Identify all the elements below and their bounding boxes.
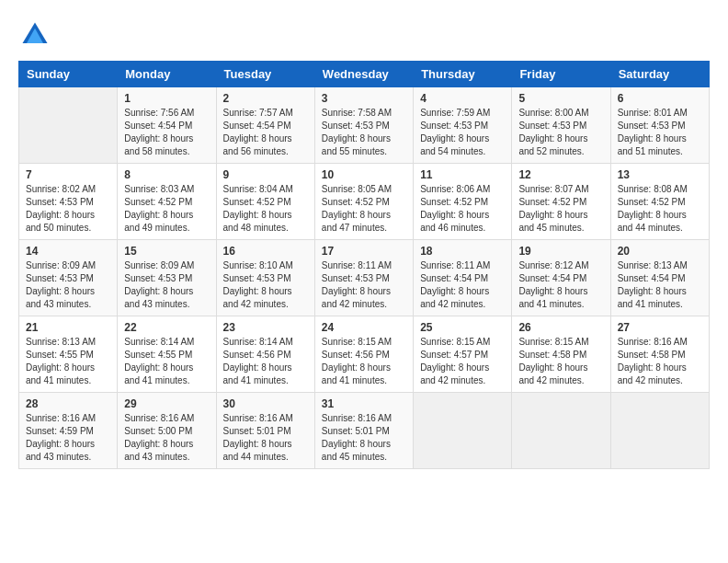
day-info: Sunrise: 8:13 AM Sunset: 4:54 PM Dayligh…: [618, 259, 702, 311]
day-info: Sunrise: 8:08 AM Sunset: 4:52 PM Dayligh…: [618, 183, 702, 235]
day-number: 7: [26, 168, 110, 181]
column-header-tuesday: Tuesday: [216, 62, 314, 87]
column-header-sunday: Sunday: [19, 62, 118, 87]
day-number: 13: [618, 168, 702, 181]
day-info: Sunrise: 8:15 AM Sunset: 4:58 PM Dayligh…: [518, 336, 603, 387]
calendar-cell: 17Sunrise: 8:11 AM Sunset: 4:53 PM Dayli…: [314, 240, 413, 316]
column-header-friday: Friday: [512, 62, 610, 87]
logo-icon: [18, 18, 51, 52]
day-info: Sunrise: 8:13 AM Sunset: 4:55 PM Dayligh…: [26, 336, 110, 387]
day-info: Sunrise: 8:16 AM Sunset: 4:58 PM Dayligh…: [618, 336, 702, 387]
day-info: Sunrise: 8:11 AM Sunset: 4:54 PM Dayligh…: [420, 259, 505, 311]
calendar-cell: 14Sunrise: 8:09 AM Sunset: 4:53 PM Dayli…: [19, 240, 118, 316]
day-info: Sunrise: 7:57 AM Sunset: 4:54 PM Dayligh…: [223, 107, 308, 158]
day-number: 6: [618, 92, 702, 105]
calendar-cell: [512, 393, 610, 469]
day-number: 16: [223, 245, 308, 258]
day-info: Sunrise: 8:06 AM Sunset: 4:52 PM Dayligh…: [420, 183, 505, 235]
logo: [18, 18, 55, 52]
day-info: Sunrise: 7:59 AM Sunset: 4:53 PM Dayligh…: [420, 107, 505, 158]
calendar-cell: 24Sunrise: 8:15 AM Sunset: 4:56 PM Dayli…: [314, 316, 413, 393]
day-info: Sunrise: 8:07 AM Sunset: 4:52 PM Dayligh…: [518, 183, 603, 235]
page-header: [18, 18, 710, 52]
day-number: 21: [26, 321, 110, 334]
calendar-cell: 12Sunrise: 8:07 AM Sunset: 4:52 PM Dayli…: [512, 164, 610, 240]
calendar-cell: 28Sunrise: 8:16 AM Sunset: 4:59 PM Dayli…: [19, 393, 118, 469]
day-info: Sunrise: 8:10 AM Sunset: 4:53 PM Dayligh…: [223, 259, 308, 311]
column-header-saturday: Saturday: [610, 62, 709, 87]
calendar-week-2: 7Sunrise: 8:02 AM Sunset: 4:53 PM Daylig…: [19, 164, 710, 240]
calendar-cell: 4Sunrise: 7:59 AM Sunset: 4:53 PM Daylig…: [414, 87, 512, 164]
calendar-cell: 7Sunrise: 8:02 AM Sunset: 4:53 PM Daylig…: [19, 164, 118, 240]
calendar-cell: [19, 87, 118, 164]
calendar-cell: 31Sunrise: 8:16 AM Sunset: 5:01 PM Dayli…: [314, 393, 413, 469]
day-number: 27: [618, 321, 702, 334]
day-info: Sunrise: 8:01 AM Sunset: 4:53 PM Dayligh…: [618, 107, 702, 158]
calendar-cell: 23Sunrise: 8:14 AM Sunset: 4:56 PM Dayli…: [216, 316, 314, 393]
day-info: Sunrise: 8:12 AM Sunset: 4:54 PM Dayligh…: [518, 259, 603, 311]
calendar-cell: 29Sunrise: 8:16 AM Sunset: 5:00 PM Dayli…: [118, 393, 216, 469]
calendar-cell: 3Sunrise: 7:58 AM Sunset: 4:53 PM Daylig…: [314, 87, 413, 164]
day-number: 29: [124, 397, 209, 410]
calendar-cell: 22Sunrise: 8:14 AM Sunset: 4:55 PM Dayli…: [118, 316, 216, 393]
day-info: Sunrise: 8:09 AM Sunset: 4:53 PM Dayligh…: [26, 259, 110, 311]
calendar-cell: 15Sunrise: 8:09 AM Sunset: 4:53 PM Dayli…: [118, 240, 216, 316]
day-info: Sunrise: 8:05 AM Sunset: 4:52 PM Dayligh…: [322, 183, 406, 235]
day-number: 17: [322, 245, 406, 258]
calendar-cell: 21Sunrise: 8:13 AM Sunset: 4:55 PM Dayli…: [19, 316, 118, 393]
day-number: 9: [223, 168, 308, 181]
day-number: 30: [223, 397, 308, 410]
day-number: 22: [124, 321, 209, 334]
calendar-week-1: 1Sunrise: 7:56 AM Sunset: 4:54 PM Daylig…: [19, 87, 710, 164]
calendar-cell: 1Sunrise: 7:56 AM Sunset: 4:54 PM Daylig…: [118, 87, 216, 164]
calendar-header-row: SundayMondayTuesdayWednesdayThursdayFrid…: [19, 62, 710, 87]
calendar-week-5: 28Sunrise: 8:16 AM Sunset: 4:59 PM Dayli…: [19, 393, 710, 469]
day-info: Sunrise: 8:16 AM Sunset: 4:59 PM Dayligh…: [26, 412, 110, 464]
day-number: 25: [420, 321, 505, 334]
day-info: Sunrise: 8:09 AM Sunset: 4:53 PM Dayligh…: [124, 259, 209, 311]
calendar-cell: 16Sunrise: 8:10 AM Sunset: 4:53 PM Dayli…: [216, 240, 314, 316]
day-number: 20: [618, 245, 702, 258]
calendar-cell: 20Sunrise: 8:13 AM Sunset: 4:54 PM Dayli…: [610, 240, 709, 316]
day-info: Sunrise: 8:00 AM Sunset: 4:53 PM Dayligh…: [518, 107, 603, 158]
calendar-cell: 2Sunrise: 7:57 AM Sunset: 4:54 PM Daylig…: [216, 87, 314, 164]
day-number: 23: [223, 321, 308, 334]
calendar-cell: 19Sunrise: 8:12 AM Sunset: 4:54 PM Dayli…: [512, 240, 610, 316]
day-info: Sunrise: 8:04 AM Sunset: 4:52 PM Dayligh…: [223, 183, 308, 235]
calendar-cell: 8Sunrise: 8:03 AM Sunset: 4:52 PM Daylig…: [118, 164, 216, 240]
day-number: 28: [26, 397, 110, 410]
calendar-cell: 25Sunrise: 8:15 AM Sunset: 4:57 PM Dayli…: [414, 316, 512, 393]
day-number: 18: [420, 245, 505, 258]
calendar-week-3: 14Sunrise: 8:09 AM Sunset: 4:53 PM Dayli…: [19, 240, 710, 316]
day-info: Sunrise: 8:14 AM Sunset: 4:55 PM Dayligh…: [124, 336, 209, 387]
day-number: 24: [322, 321, 406, 334]
calendar-cell: 27Sunrise: 8:16 AM Sunset: 4:58 PM Dayli…: [610, 316, 709, 393]
day-info: Sunrise: 8:02 AM Sunset: 4:53 PM Dayligh…: [26, 183, 110, 235]
day-info: Sunrise: 8:16 AM Sunset: 5:01 PM Dayligh…: [223, 412, 308, 464]
calendar-cell: 30Sunrise: 8:16 AM Sunset: 5:01 PM Dayli…: [216, 393, 314, 469]
calendar-cell: 9Sunrise: 8:04 AM Sunset: 4:52 PM Daylig…: [216, 164, 314, 240]
day-info: Sunrise: 8:15 AM Sunset: 4:57 PM Dayligh…: [420, 336, 505, 387]
day-number: 1: [124, 92, 209, 105]
day-info: Sunrise: 8:15 AM Sunset: 4:56 PM Dayligh…: [322, 336, 406, 387]
calendar-table: SundayMondayTuesdayWednesdayThursdayFrid…: [18, 61, 710, 469]
calendar-cell: 18Sunrise: 8:11 AM Sunset: 4:54 PM Dayli…: [414, 240, 512, 316]
day-number: 14: [26, 245, 110, 258]
day-info: Sunrise: 8:03 AM Sunset: 4:52 PM Dayligh…: [124, 183, 209, 235]
calendar-cell: 11Sunrise: 8:06 AM Sunset: 4:52 PM Dayli…: [414, 164, 512, 240]
day-number: 11: [420, 168, 505, 181]
day-number: 31: [322, 397, 406, 410]
day-info: Sunrise: 8:11 AM Sunset: 4:53 PM Dayligh…: [322, 259, 406, 311]
day-number: 8: [124, 168, 209, 181]
day-number: 12: [518, 168, 603, 181]
day-number: 3: [322, 92, 406, 105]
day-number: 4: [420, 92, 505, 105]
column-header-monday: Monday: [118, 62, 216, 87]
day-info: Sunrise: 8:16 AM Sunset: 5:00 PM Dayligh…: [124, 412, 209, 464]
day-info: Sunrise: 8:16 AM Sunset: 5:01 PM Dayligh…: [322, 412, 406, 464]
column-header-wednesday: Wednesday: [314, 62, 413, 87]
calendar-cell: 6Sunrise: 8:01 AM Sunset: 4:53 PM Daylig…: [610, 87, 709, 164]
day-number: 15: [124, 245, 209, 258]
calendar-cell: [414, 393, 512, 469]
calendar-cell: 26Sunrise: 8:15 AM Sunset: 4:58 PM Dayli…: [512, 316, 610, 393]
